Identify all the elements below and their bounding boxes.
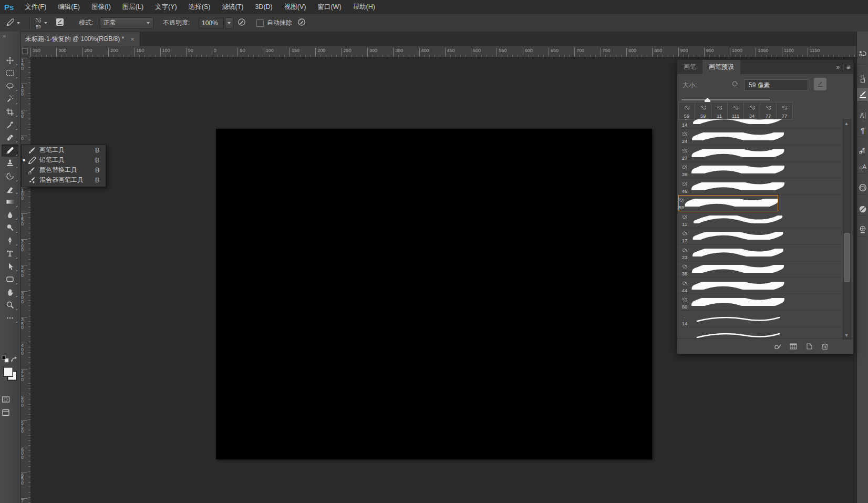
- color-swatches[interactable]: [3, 367, 17, 381]
- opacity-input[interactable]: 100%: [199, 18, 224, 28]
- pencil-tool[interactable]: [2, 145, 18, 157]
- toggle-stroke-preview-icon[interactable]: [773, 342, 782, 351]
- pressure-opacity-button[interactable]: [237, 14, 246, 32]
- flyout-item-颜色替换工具[interactable]: 颜色替换工具B: [22, 165, 106, 175]
- character-panel-icon[interactable]: A: [857, 109, 868, 122]
- clone-stamp-tool[interactable]: [2, 157, 18, 169]
- brush-preset-39[interactable]: 39: [678, 162, 841, 179]
- scroll-thumb[interactable]: [844, 233, 850, 282]
- recent-brush-77[interactable]: 77: [760, 102, 777, 119]
- menu-item-1[interactable]: 文件(F): [19, 0, 52, 14]
- toggle-live-tip-icon[interactable]: [814, 78, 826, 90]
- creative-cloud-icon[interactable]: [857, 181, 868, 194]
- panel-tab-画笔预设[interactable]: 画笔预设: [702, 60, 740, 74]
- brush-preset-46[interactable]: 46: [678, 178, 841, 195]
- mode-dropdown[interactable]: 正常: [100, 17, 153, 29]
- hand-tool[interactable]: [2, 286, 18, 298]
- path-selection-tool[interactable]: [2, 260, 18, 272]
- brush-preset-24[interactable]: 24: [678, 129, 841, 146]
- recent-brush-77[interactable]: 77: [777, 102, 792, 119]
- recent-brush-34[interactable]: 34: [744, 102, 760, 119]
- flyout-item-铅笔工具[interactable]: ■铅笔工具B: [22, 155, 106, 165]
- brush-preset-44[interactable]: 44: [678, 278, 841, 294]
- delete-brush-icon[interactable]: [821, 342, 829, 351]
- brush-preset-14[interactable]: 14: [678, 119, 841, 129]
- gradient-tool[interactable]: [2, 196, 18, 208]
- character-styles-panel-icon[interactable]: A: [857, 160, 868, 173]
- type-tool[interactable]: [2, 248, 18, 260]
- menu-item-8[interactable]: 3D(D): [249, 0, 278, 14]
- brush-preset-last[interactable]: ·: [678, 327, 841, 339]
- menu-item-7[interactable]: 滤镜(T): [216, 0, 249, 14]
- pen-tool[interactable]: [2, 234, 18, 247]
- document-canvas[interactable]: [216, 129, 652, 459]
- default-colors-button[interactable]: [2, 353, 10, 365]
- panel-tab-画笔[interactable]: 画笔: [677, 60, 702, 74]
- history-panel-icon[interactable]: [857, 47, 868, 61]
- properties-panel-icon[interactable]: [857, 202, 868, 216]
- screen-mode-button[interactable]: [2, 406, 10, 418]
- tool-preset-picker[interactable]: [6, 14, 20, 32]
- brush-preset-23[interactable]: 23: [678, 244, 841, 261]
- menu-item-5[interactable]: 文字(Y): [149, 0, 183, 14]
- airbrush-button[interactable]: [297, 14, 306, 32]
- menu-item-4[interactable]: 图层(L): [117, 0, 149, 14]
- move-tool[interactable]: [2, 54, 18, 66]
- healing-brush-tool[interactable]: [2, 131, 18, 143]
- scrollbar[interactable]: ▲ ▼: [843, 119, 851, 340]
- menu-item-3[interactable]: 图像(I): [86, 0, 117, 14]
- foreground-color-swatch[interactable]: [3, 367, 13, 377]
- document-tab[interactable]: 未标题-1-恢复的 @ 100%(RGB/8) * ×: [20, 32, 140, 46]
- auto-erase-checkbox[interactable]: [256, 14, 264, 32]
- shape-tool[interactable]: [2, 273, 18, 285]
- brush-presets-panel-icon[interactable]: [857, 88, 868, 101]
- swap-colors-button[interactable]: [10, 353, 18, 365]
- eraser-tool[interactable]: [2, 183, 18, 195]
- collapse-panel-icon[interactable]: »: [836, 64, 840, 71]
- vertical-ruler[interactable]: 1 5 01 0 05 005 01 0 01 5 02 0 02 5 03 0…: [20, 57, 31, 503]
- device-preview-panel-icon[interactable]: [857, 223, 868, 237]
- menu-item-10[interactable]: 窗口(W): [312, 0, 347, 14]
- menu-item-2[interactable]: 编辑(E): [52, 0, 86, 14]
- eyedropper-tool[interactable]: [2, 119, 18, 131]
- edit-toolbar[interactable]: [2, 312, 18, 324]
- quick-mask-button[interactable]: [2, 393, 10, 405]
- toggle-brush-panel-button[interactable]: [56, 14, 64, 32]
- brush-preset-11[interactable]: 11: [678, 211, 841, 228]
- marquee-tool[interactable]: [2, 67, 18, 79]
- brush-preset-36[interactable]: 36: [678, 261, 841, 278]
- reset-size-icon[interactable]: [731, 80, 739, 89]
- flyout-item-画笔工具[interactable]: 画笔工具B: [22, 145, 106, 155]
- new-brush-icon[interactable]: [805, 342, 813, 351]
- size-input[interactable]: 59 像素: [744, 79, 808, 91]
- panel-menu-icon[interactable]: ≡: [846, 64, 850, 71]
- quick-selection-tool[interactable]: [2, 93, 18, 105]
- preset-manager-icon[interactable]: [789, 342, 798, 351]
- paragraph-panel-icon[interactable]: ¶: [857, 124, 868, 137]
- brush-preset-27[interactable]: 27: [678, 145, 841, 162]
- brush-panel-icon[interactable]: [857, 72, 868, 86]
- recent-brush-11[interactable]: 11: [711, 102, 728, 119]
- dodge-tool[interactable]: [2, 222, 18, 234]
- recent-brush-59[interactable]: 59: [679, 102, 695, 119]
- horizontal-ruler[interactable]: 3503002502001501005005010015020025030035…: [30, 46, 856, 57]
- lasso-tool[interactable]: [2, 80, 18, 92]
- brush-preset-60[interactable]: 60: [678, 294, 841, 311]
- menu-item-9[interactable]: 视图(V): [278, 0, 312, 14]
- recent-brush-111[interactable]: 111: [728, 102, 744, 119]
- menu-item-11[interactable]: 帮助(H): [347, 0, 381, 14]
- flyout-item-混合器画笔工具[interactable]: 混合器画笔工具B: [22, 175, 106, 185]
- brush-preset-picker[interactable]: 59: [35, 14, 47, 32]
- blur-tool[interactable]: [2, 209, 18, 221]
- menu-item-6[interactable]: 选择(S): [183, 0, 216, 14]
- recent-brush-59[interactable]: 59: [695, 102, 711, 119]
- zoom-tool[interactable]: [2, 299, 18, 311]
- scroll-up-icon[interactable]: ▲: [843, 120, 850, 127]
- close-icon[interactable]: ×: [130, 35, 135, 43]
- brush-preset-59[interactable]: 59: [678, 195, 778, 212]
- ruler-origin-box[interactable]: [20, 46, 31, 57]
- paragraph-styles-panel-icon[interactable]: ¶: [857, 145, 868, 158]
- brush-preset-17[interactable]: 17: [678, 228, 841, 245]
- brush-preset-14[interactable]: ·14: [678, 311, 841, 327]
- history-brush-tool[interactable]: [2, 170, 18, 182]
